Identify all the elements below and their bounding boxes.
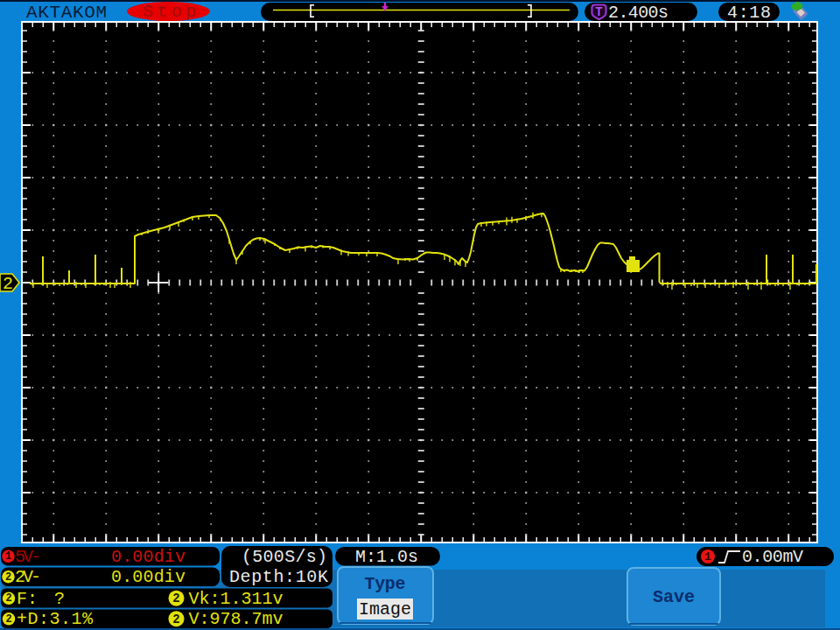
svg-text:2: 2 bbox=[5, 613, 11, 626]
svg-text:0.00div: 0.00div bbox=[111, 547, 186, 567]
svg-text:2.400s: 2.400s bbox=[608, 3, 668, 23]
svg-text:2V-: 2V- bbox=[15, 567, 41, 587]
svg-text:M:1.0s: M:1.0s bbox=[355, 547, 418, 567]
svg-text:2: 2 bbox=[3, 274, 13, 294]
svg-text:2: 2 bbox=[172, 612, 179, 626]
svg-text:Type: Type bbox=[365, 574, 406, 594]
svg-text:1: 1 bbox=[704, 550, 711, 564]
svg-text:2: 2 bbox=[172, 592, 179, 606]
svg-text:0.00div: 0.00div bbox=[111, 567, 186, 587]
svg-text:4:18: 4:18 bbox=[727, 3, 771, 23]
svg-text:Image: Image bbox=[359, 599, 411, 620]
svg-text:5V-: 5V- bbox=[15, 547, 41, 567]
svg-text:+D:3.1%: +D:3.1% bbox=[17, 609, 94, 629]
svg-text:?: ? bbox=[54, 589, 65, 609]
svg-text:Save: Save bbox=[653, 587, 695, 607]
svg-text:Depth:10K: Depth:10K bbox=[229, 567, 328, 587]
svg-text:AKTAKOM: AKTAKOM bbox=[26, 3, 107, 23]
svg-text:0.00mV: 0.00mV bbox=[742, 547, 803, 567]
svg-text:T: T bbox=[595, 5, 602, 19]
svg-text:2: 2 bbox=[5, 571, 11, 584]
svg-text:1: 1 bbox=[5, 550, 11, 563]
svg-text:(500S/s): (500S/s) bbox=[242, 547, 327, 567]
svg-text:Vk:1.311v: Vk:1.311v bbox=[189, 589, 284, 609]
svg-text:V:978.7mv: V:978.7mv bbox=[189, 609, 284, 629]
svg-text:F:: F: bbox=[17, 589, 38, 609]
svg-text:2: 2 bbox=[5, 592, 11, 605]
